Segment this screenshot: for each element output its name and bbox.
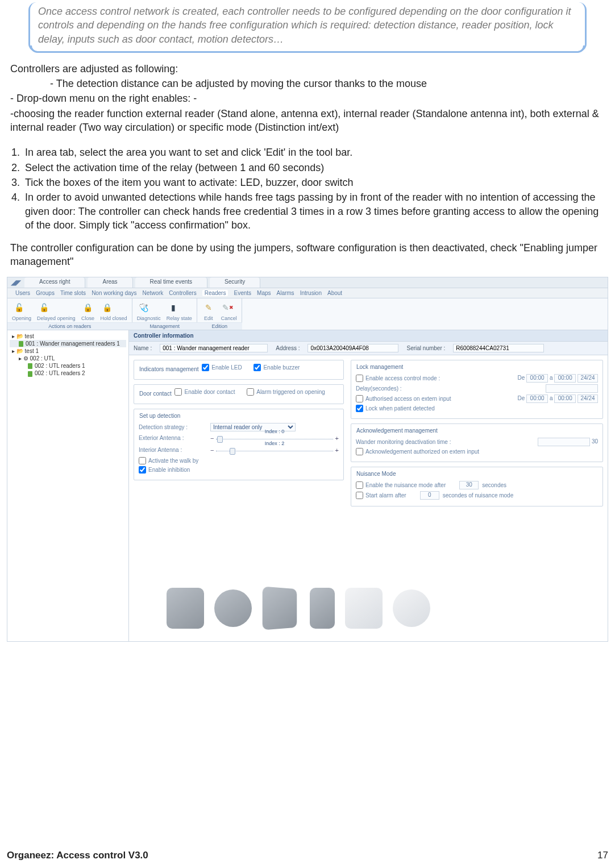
steps-list: In area tab, select the area you want to… (10, 146, 605, 232)
address-field[interactable] (308, 344, 398, 352)
app-screenshot: ◢◤ Access right Areas Real time events S… (7, 277, 608, 642)
name-field[interactable] (160, 344, 268, 352)
tab-access-right[interactable]: Access right (24, 277, 85, 288)
delay-label: Delay(secondes) : (356, 385, 402, 392)
ribbon: 🔓Opening 🔓Delayed opening 🔒Close 🔒Hold c… (7, 298, 608, 330)
tab-real-time-events[interactable]: Real time events (135, 277, 207, 288)
tab-areas[interactable]: Areas (88, 277, 132, 288)
info-note-text: Once access control network is created, … (38, 6, 571, 45)
time-range-2: De 00:00 a 00:00 24/24 (518, 394, 598, 403)
reader-icon (19, 341, 23, 347)
step-1: In area tab, select the area you want to… (23, 146, 605, 159)
jumper-paragraph: The controller configuration can be done… (10, 241, 605, 269)
menu-readers[interactable]: Readers (202, 290, 228, 296)
door-contact-fieldset: Door contact Enable door contact Alarm t… (134, 384, 344, 404)
detection-strategy-label: Detection strategy : (139, 424, 207, 430)
menu-maps[interactable]: Maps (257, 290, 271, 296)
tree-root[interactable]: ▸ 📂 test (10, 333, 126, 340)
page-number: 17 (597, 850, 608, 861)
menu-controllers[interactable]: Controllers (169, 290, 196, 296)
device-images (167, 588, 430, 629)
tree-node-001[interactable]: 001 : Wander management readers 1 (10, 340, 126, 347)
device-icon (214, 589, 252, 627)
intro-line: Controllers are adjusted as following: (10, 62, 605, 76)
app-top-tabs: ◢◤ Access right Areas Real time events S… (7, 277, 608, 288)
serial-field[interactable] (453, 344, 544, 352)
enable-nuisance-checkbox[interactable]: Enable the nuisance mode after (356, 481, 446, 489)
time-to-field[interactable]: 00:00 (554, 374, 576, 383)
logo-icon: ◢◤ (11, 279, 21, 286)
tree-node-test1[interactable]: ▸ 📂 test 1 (10, 347, 126, 355)
setup-detection-fieldset: Set up detection Detection strategy : In… (134, 409, 344, 480)
name-label: Name : (134, 345, 152, 351)
tree-node-002-r1[interactable]: 002 : UTL readers 1 (10, 362, 126, 369)
auth-extern-input-checkbox[interactable]: Authorised access on extern input (356, 395, 451, 402)
menu-alarms[interactable]: Alarms (277, 290, 294, 296)
menu-time-slots[interactable]: Time slots (60, 290, 86, 296)
enable-door-contact-checkbox[interactable]: Enable door contact (174, 388, 235, 396)
indicators-fieldset: Indicators management Enable LED Enable … (134, 360, 344, 380)
interior-antenna-label: Interior Antenna : (139, 447, 207, 453)
controller-info-title: Controller information (134, 333, 194, 339)
device-icon (263, 586, 297, 630)
edit-button[interactable]: ✎Edit (202, 301, 215, 321)
bullet-dropdown: - Drop-down menu on the right enables: - (10, 92, 605, 105)
enable-access-control-checkbox[interactable]: Enable access control mode : (356, 375, 440, 382)
hold-closed-button[interactable]: 🔒Hold closed (101, 301, 127, 321)
menu-groups[interactable]: Groups (36, 290, 55, 296)
menu-events[interactable]: Events (234, 290, 251, 296)
nuisance-mode-fieldset: Nuisance Mode Enable the nuisance mode a… (351, 467, 603, 506)
start-alarm-checkbox[interactable]: Start alarm after (356, 492, 406, 499)
footer-left: Organeez: Access control V3.0 (7, 850, 148, 861)
step-4: In order to avoid unwanted detections wh… (23, 190, 605, 232)
enable-led-checkbox[interactable]: Enable LED (202, 364, 242, 371)
close-button[interactable]: 🔒Close (81, 301, 95, 321)
ribbon-group-actions: 🔓Opening 🔓Delayed opening 🔒Close 🔒Hold c… (7, 298, 132, 330)
reader-icon (28, 363, 32, 369)
diagnostic-button[interactable]: 🩺Diagnostic (137, 301, 161, 321)
address-label: Address : (276, 345, 300, 351)
time-range-1: De 00:00 a 00:00 24/24 (518, 374, 598, 383)
menu-network[interactable]: Network (143, 290, 164, 296)
reader-icon (28, 371, 32, 377)
menu-intrusion[interactable]: Intrusion (300, 290, 322, 296)
activate-walkby-checkbox[interactable]: Activate the walk by (139, 457, 198, 464)
exterior-antenna-label: Exterior Antenna : (139, 435, 207, 441)
ribbon-caption-management: Management (132, 322, 197, 330)
delay-field[interactable] (546, 384, 598, 393)
lock-when-detected-checkbox[interactable]: Lock when patient detected (356, 405, 435, 412)
time-mode-field[interactable]: 24/24 (577, 374, 598, 383)
start-alarm-field[interactable]: 0 (420, 491, 439, 500)
ribbon-caption-edition: Edition (197, 322, 242, 330)
step-3: Tick the boxes of the item you want to a… (23, 176, 605, 189)
nuisance-after-field[interactable]: 30 (459, 481, 479, 489)
device-icon (167, 588, 204, 629)
time-from-field[interactable]: 00:00 (526, 374, 548, 383)
app-menu: Users Groups Time slots Non working days… (7, 288, 608, 298)
menu-users[interactable]: Users (15, 290, 30, 296)
lock-management-fieldset: Lock management Enable access control mo… (351, 360, 603, 419)
info-note: Once access control network is created, … (28, 2, 587, 52)
alarm-triggered-checkbox[interactable]: Alarm triggered on opening (247, 388, 325, 396)
bullet-reader: -choosing the reader function external r… (10, 107, 605, 135)
menu-about[interactable]: About (327, 290, 342, 296)
enable-inhibition-checkbox[interactable]: Enable inhibition (139, 466, 190, 474)
enable-buzzer-checkbox[interactable]: Enable buzzer (254, 364, 300, 371)
opening-button[interactable]: 🔓Opening (12, 301, 31, 321)
ribbon-group-management: 🩺Diagnostic ▮Relay state Management (132, 298, 197, 330)
tree-node-002[interactable]: ▸ ⚙ 002 : UTL (10, 355, 126, 362)
page-footer: Organeez: Access control V3.0 17 (7, 850, 608, 861)
deactivation-time-field[interactable] (538, 438, 590, 446)
menu-non-working-days[interactable]: Non working days (92, 290, 136, 296)
nav-tree[interactable]: ▸ 📂 test 001 : Wander management readers… (7, 330, 129, 642)
delayed-opening-button[interactable]: 🔓Delayed opening (37, 301, 76, 321)
relay-state-button[interactable]: ▮Relay state (167, 301, 192, 321)
tab-security[interactable]: Security (210, 277, 260, 288)
interior-antenna-slider[interactable]: −Index : 2 + (210, 446, 339, 454)
ack-extern-input-checkbox[interactable]: Acknowledgement authorized on extern inp… (356, 448, 479, 455)
serial-label: Serial number : (406, 345, 445, 351)
tree-node-002-r2[interactable]: 002 : UTL readers 2 (10, 369, 126, 377)
cancel-button[interactable]: ✎✖Cancel (221, 301, 237, 321)
ribbon-caption-actions: Actions on readers (7, 322, 132, 330)
ribbon-group-edition: ✎Edit ✎✖Cancel Edition (197, 298, 242, 330)
